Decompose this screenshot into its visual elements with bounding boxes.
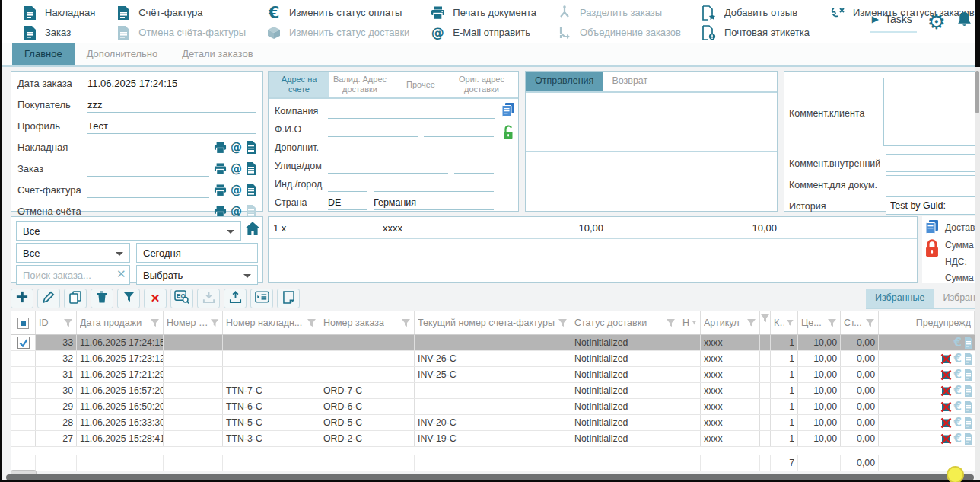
email-invoice-icon[interactable]: @ <box>231 184 242 197</box>
tasks-button[interactable]: ▶ Tasks <box>870 10 917 33</box>
horizontal-scrollbar[interactable] <box>6 474 974 480</box>
print-order-icon[interactable] <box>214 163 227 175</box>
copy-row-button[interactable] <box>64 289 87 308</box>
tab-shipments[interactable]: Отправления <box>526 72 603 91</box>
filter-funnel-icon[interactable] <box>865 318 875 327</box>
row-select-cell[interactable] <box>11 367 36 382</box>
filter-funnel-icon[interactable] <box>401 318 411 327</box>
profile-field[interactable] <box>88 118 256 134</box>
client-comment-field[interactable] <box>883 78 980 146</box>
header-extra[interactable] <box>760 311 771 334</box>
country-name-field[interactable] <box>374 195 494 210</box>
header-sale-date[interactable]: Дата продажи <box>77 311 164 334</box>
period-field[interactable] <box>136 243 258 263</box>
table-row[interactable]: 3011.06.2025 16:57:20TTN-7-CORD-7-CNotIn… <box>11 383 975 399</box>
buyer-field[interactable] <box>88 97 256 113</box>
split-orders-button[interactable]: Разделить заказы <box>556 5 681 21</box>
row-select-cell[interactable] <box>11 415 36 430</box>
header-waybill-number[interactable]: Номер накладн... <box>223 311 320 334</box>
waybill-number-field[interactable] <box>88 139 209 155</box>
header-warnings[interactable]: Предупрежд <box>879 311 975 334</box>
street-field[interactable] <box>328 158 448 174</box>
order-item-row[interactable]: 1 x xxxx 10,00 10,00 <box>269 217 917 239</box>
report-page-button[interactable] <box>277 289 300 308</box>
header-invoice-number[interactable]: Текущий номер счета-фактуры <box>415 311 571 334</box>
table-row[interactable]: 2911.06.2025 16:50:20TTN-6-CORD-6-CNotIn… <box>11 399 975 415</box>
edit-row-button[interactable] <box>37 289 60 308</box>
header-qty[interactable]: К... <box>771 311 798 334</box>
waybill-button[interactable]: Накладная <box>21 5 95 21</box>
document-comment-field[interactable] <box>886 175 980 193</box>
filter-funnel-icon[interactable] <box>746 318 756 327</box>
status-filter-select[interactable]: Все <box>16 243 130 263</box>
tab-billing-address[interactable]: Адрес на счете <box>269 72 329 97</box>
copy-address-icon[interactable] <box>501 102 515 120</box>
country-code-field[interactable] <box>328 195 368 210</box>
notification-dot[interactable] <box>947 466 964 482</box>
filter-funnel-icon[interactable] <box>558 318 568 327</box>
filter-funnel-icon[interactable] <box>760 314 770 323</box>
filter-funnel-icon[interactable] <box>210 318 219 327</box>
first-name-field[interactable] <box>328 122 418 137</box>
header-n[interactable]: Н... <box>679 311 701 334</box>
header-id[interactable]: ID <box>36 311 77 334</box>
city-field[interactable] <box>374 177 494 192</box>
details-button[interactable] <box>250 289 273 308</box>
email-order-icon[interactable]: @ <box>231 162 242 176</box>
vertical-scrollbar[interactable] <box>975 67 980 480</box>
email-send-button[interactable]: @ E-Mail отправить <box>429 24 536 40</box>
filter-funnel-icon[interactable] <box>786 318 794 327</box>
invoice-number-doc-icon[interactable] <box>246 184 256 196</box>
order-button[interactable]: Заказ <box>21 24 95 40</box>
filter-funnel-icon[interactable] <box>666 318 676 327</box>
import-button[interactable] <box>197 289 220 308</box>
gear-icon[interactable]: ⚙ <box>928 11 946 32</box>
order-search-input[interactable] <box>16 265 130 285</box>
export-button[interactable] <box>224 289 247 308</box>
filter-funnel-icon[interactable] <box>692 318 697 327</box>
row-checkbox-checked[interactable] <box>18 337 30 349</box>
cancel-invoice-button[interactable]: Отмена счёта-фактуры <box>115 24 246 40</box>
company-field[interactable] <box>328 104 495 119</box>
row-select-cell[interactable] <box>11 383 36 398</box>
tab-order-details[interactable]: Детали заказов <box>170 43 265 65</box>
table-row[interactable]: 3111.06.2025 17:21:29INV-25-CNotInitiali… <box>11 367 975 383</box>
table-row[interactable]: 3311.06.2025 17:24:15NotInitializedxxxx1… <box>11 335 975 351</box>
header-order-number[interactable]: Номер заказа <box>320 311 415 334</box>
clear-filter-button[interactable]: ✕ <box>144 289 167 308</box>
choose-select[interactable]: Выбрать <box>136 265 258 285</box>
extended-search-button[interactable]: EQ <box>170 289 193 308</box>
row-select-cell[interactable] <box>11 335 36 350</box>
invoice-button[interactable]: Счёт-фактура <box>115 5 246 21</box>
tab-favorites-1[interactable]: Избранные <box>866 289 934 308</box>
row-select-cell[interactable] <box>11 431 36 446</box>
change-delivery-status-button[interactable]: Изменить статус доставки <box>266 24 409 40</box>
header-sku[interactable]: Артикул <box>701 311 760 334</box>
print-waybill-icon[interactable] <box>214 142 227 154</box>
invoice-number-field[interactable] <box>88 182 209 198</box>
email-waybill-icon[interactable]: @ <box>231 141 242 155</box>
bell-icon[interactable] <box>956 11 972 32</box>
header-number[interactable]: Номер з... <box>164 311 223 334</box>
house-field[interactable] <box>454 158 494 174</box>
print-invoice-icon[interactable] <box>214 184 227 196</box>
header-select-all[interactable] <box>11 311 36 334</box>
vertical-scrollbar-thumb[interactable] <box>975 71 979 113</box>
print-document-button[interactable]: Печать документа <box>429 5 536 21</box>
source-filter-select[interactable]: Все <box>16 221 241 241</box>
filter-funnel-icon[interactable] <box>150 318 160 327</box>
change-payment-status-button[interactable]: € Изменить статус оплаты <box>266 5 409 21</box>
filter-button[interactable] <box>117 289 140 308</box>
header-price[interactable]: Це... <box>798 311 841 334</box>
table-row[interactable]: 2811.06.2025 16:33:30TTN-5-CORD-5-CINV-2… <box>11 415 975 431</box>
tab-main[interactable]: Главное <box>12 43 75 65</box>
unlock-icon[interactable] <box>502 125 514 143</box>
tab-return[interactable]: Возврат <box>603 72 657 91</box>
header-delivery-status[interactable]: Статус доставки <box>571 311 679 334</box>
order-number-doc-icon[interactable] <box>246 162 256 175</box>
waybill-number-doc-icon[interactable] <box>246 141 256 154</box>
tab-favorites-2[interactable]: Избранные <box>934 289 980 308</box>
row-select-cell[interactable] <box>11 351 36 366</box>
additional-field[interactable] <box>328 140 495 155</box>
tab-original-shipping-address[interactable]: Ориг. адрес доставки <box>451 72 512 97</box>
